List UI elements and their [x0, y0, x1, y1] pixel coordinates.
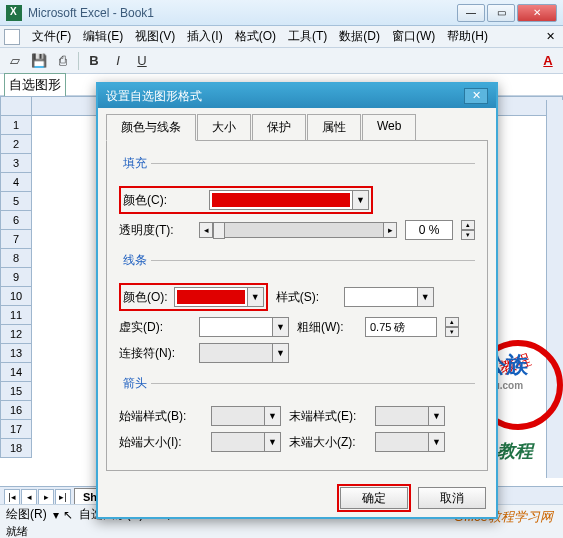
line-group: 线条 颜色(O): ▼ 样式(S): ▼ 虚实(D): — [119, 252, 475, 369]
line-style-combo[interactable]: ▼ — [344, 287, 434, 307]
dropdown-icon: ▼ — [428, 407, 444, 425]
ok-button[interactable]: 确定 — [340, 487, 408, 509]
dropdown-icon: ▼ — [428, 433, 444, 451]
slider-track[interactable] — [213, 222, 383, 238]
dropdown-icon[interactable]: ▼ — [272, 318, 288, 336]
menu-tools[interactable]: 工具(T) — [282, 26, 333, 47]
menu-bar: 文件(F) 编辑(E) 视图(V) 插入(I) 格式(O) 工具(T) 数据(D… — [0, 26, 563, 48]
dialog-title: 设置自选图形格式 — [106, 88, 202, 105]
save-icon[interactable]: 💾 — [28, 50, 50, 72]
row-header[interactable]: 16 — [0, 401, 32, 420]
row-header[interactable]: 6 — [0, 211, 32, 230]
line-color-label: 颜色(O): — [123, 289, 168, 306]
tab-nav-last[interactable]: ▸| — [55, 489, 71, 505]
line-style-label: 样式(S): — [276, 289, 336, 306]
cancel-button[interactable]: 取消 — [418, 487, 486, 509]
dropdown-icon[interactable]: ▼ — [247, 288, 263, 306]
font-color-icon[interactable]: A — [537, 50, 559, 72]
dropdown-icon[interactable]: ▼ — [352, 191, 368, 209]
menu-insert[interactable]: 插入(I) — [181, 26, 228, 47]
document-icon — [4, 29, 20, 45]
slider-thumb[interactable] — [213, 222, 225, 239]
dash-combo[interactable]: ▼ — [199, 317, 289, 337]
minimize-button[interactable]: — — [457, 4, 485, 22]
format-autoshape-dialog: 设置自选图形格式 ✕ 颜色与线条 大小 保护 属性 Web 填充 颜色(C): … — [96, 82, 498, 519]
slider-right-icon[interactable]: ▸ — [383, 222, 397, 238]
dropdown-icon[interactable]: ▼ — [417, 288, 433, 306]
transparency-spinner[interactable]: ▴ ▾ — [461, 220, 475, 240]
end-size-combo: ▼ — [375, 432, 445, 452]
spin-down-icon[interactable]: ▾ — [445, 327, 459, 337]
spin-down-icon[interactable]: ▾ — [461, 230, 475, 240]
tab-web[interactable]: Web — [362, 114, 416, 140]
line-color-combo[interactable]: ▼ — [174, 287, 264, 307]
fill-color-highlight: 颜色(C): ▼ — [119, 186, 373, 214]
row-header[interactable]: 12 — [0, 325, 32, 344]
weight-spinner[interactable]: ▴ ▾ — [445, 317, 459, 337]
tab-colors-lines[interactable]: 颜色与线条 — [106, 114, 196, 141]
begin-size-label: 始端大小(I): — [119, 434, 203, 451]
maximize-button[interactable]: ▭ — [487, 4, 515, 22]
app-icon — [6, 5, 22, 21]
tab-nav-first[interactable]: |◂ — [4, 489, 20, 505]
row-header[interactable]: 18 — [0, 439, 32, 458]
tab-size[interactable]: 大小 — [197, 114, 251, 140]
connector-combo: ▼ — [199, 343, 289, 363]
menu-help[interactable]: 帮助(H) — [441, 26, 494, 47]
end-style-label: 末端样式(E): — [289, 408, 367, 425]
row-header[interactable]: 1 — [0, 116, 32, 135]
weight-input[interactable]: 0.75 磅 — [365, 317, 437, 337]
pointer-icon[interactable]: ↖ — [63, 508, 73, 522]
draw-menu[interactable]: 绘图(R) — [4, 505, 49, 524]
tab-properties[interactable]: 属性 — [307, 114, 361, 140]
row-header[interactable]: 7 — [0, 230, 32, 249]
menu-data[interactable]: 数据(D) — [333, 26, 386, 47]
row-header[interactable]: 13 — [0, 344, 32, 363]
row-header[interactable]: 9 — [0, 268, 32, 287]
document-close-button[interactable]: ✕ — [542, 30, 559, 43]
bold-icon[interactable]: B — [83, 50, 105, 72]
close-button[interactable]: ✕ — [517, 4, 557, 22]
begin-style-combo: ▼ — [211, 406, 281, 426]
row-header[interactable]: 2 — [0, 135, 32, 154]
select-all-corner[interactable] — [0, 96, 32, 116]
fill-color-label: 颜色(C): — [123, 192, 167, 209]
connector-label: 连接符(N): — [119, 345, 191, 362]
menu-window[interactable]: 窗口(W) — [386, 26, 441, 47]
row-header[interactable]: 11 — [0, 306, 32, 325]
dropdown-icon: ▼ — [264, 407, 280, 425]
row-header[interactable]: 10 — [0, 287, 32, 306]
menu-edit[interactable]: 编辑(E) — [77, 26, 129, 47]
menu-file[interactable]: 文件(F) — [26, 26, 77, 47]
row-header[interactable]: 8 — [0, 249, 32, 268]
vertical-scrollbar[interactable] — [546, 100, 563, 478]
row-header[interactable]: 15 — [0, 382, 32, 401]
row-header[interactable]: 3 — [0, 154, 32, 173]
begin-style-label: 始端样式(B): — [119, 408, 203, 425]
fill-color-combo[interactable]: ▼ — [209, 190, 369, 210]
underline-icon[interactable]: U — [131, 50, 153, 72]
spin-up-icon[interactable]: ▴ — [461, 220, 475, 230]
spin-up-icon[interactable]: ▴ — [445, 317, 459, 327]
tab-nav-next[interactable]: ▸ — [38, 489, 54, 505]
slider-left-icon[interactable]: ◂ — [199, 222, 213, 238]
dialog-titlebar[interactable]: 设置自选图形格式 ✕ — [98, 84, 496, 108]
row-header[interactable]: 14 — [0, 363, 32, 382]
transparency-value[interactable]: 0 % — [405, 220, 453, 240]
standard-toolbar: ▱ 💾 ⎙ B I U A — [0, 48, 563, 74]
print-icon[interactable]: ⎙ — [52, 50, 74, 72]
row-header[interactable]: 4 — [0, 173, 32, 192]
dialog-close-button[interactable]: ✕ — [464, 88, 488, 104]
italic-icon[interactable]: I — [107, 50, 129, 72]
tab-protection[interactable]: 保护 — [252, 114, 306, 140]
row-header[interactable]: 17 — [0, 420, 32, 439]
row-header[interactable]: 5 — [0, 192, 32, 211]
fill-group: 填充 颜色(C): ▼ 透明度(T): ◂ ▸ 0 — [119, 155, 475, 246]
menu-format[interactable]: 格式(O) — [229, 26, 282, 47]
new-icon[interactable]: ▱ — [4, 50, 26, 72]
tab-nav-prev[interactable]: ◂ — [21, 489, 37, 505]
transparency-slider[interactable]: ◂ ▸ — [199, 221, 397, 239]
menu-view[interactable]: 视图(V) — [129, 26, 181, 47]
name-box[interactable]: 自选图形 — [4, 73, 66, 97]
fill-legend: 填充 — [119, 155, 151, 172]
